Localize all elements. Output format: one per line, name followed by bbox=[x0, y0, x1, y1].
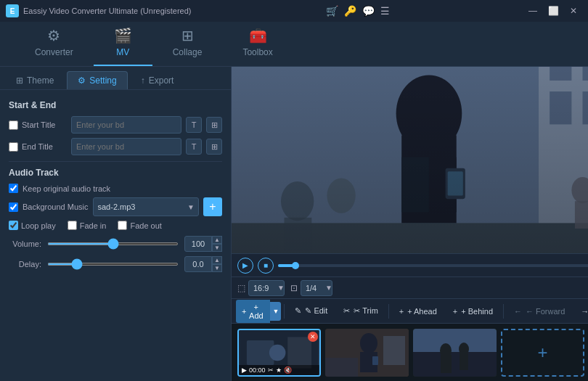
fade-in-wrap: Fade in bbox=[68, 221, 107, 230]
start-title-checkbox[interactable] bbox=[9, 120, 18, 130]
clip-2[interactable] bbox=[325, 329, 409, 377]
bg-music-checkbox[interactable] bbox=[9, 202, 18, 212]
menu-icon[interactable]: ☰ bbox=[380, 5, 390, 17]
divider-1 bbox=[9, 161, 222, 162]
clip-1-overlay: ▶ 00:00 ✂ ★ 🔇 bbox=[239, 365, 319, 375]
svg-rect-41 bbox=[441, 355, 452, 373]
delay-value-input[interactable] bbox=[184, 256, 212, 272]
forward-button[interactable]: ← ← Forward bbox=[507, 304, 572, 319]
format-bar: ⬚ 16:9 ▼ ⊡ 1/4 ▼ Export bbox=[232, 276, 588, 298]
chat-icon[interactable]: 💬 bbox=[362, 5, 375, 17]
tab-converter[interactable]: ⚙ Converter bbox=[15, 21, 94, 66]
svg-rect-25 bbox=[232, 67, 588, 253]
toolbar-left: + + Add ▼ ✎ ✎ Edit ✂ ✂ Trim + + Ahe bbox=[236, 300, 588, 323]
ahead-icon: + bbox=[399, 307, 404, 316]
clip-3[interactable] bbox=[413, 329, 497, 377]
play-button[interactable]: ▶ bbox=[237, 258, 253, 274]
fraction-select[interactable]: 1/4 bbox=[301, 280, 332, 296]
app-title: Eassiy Video Converter Ultimate (Unregis… bbox=[23, 7, 192, 15]
add-dropdown-button[interactable]: ▼ bbox=[270, 302, 281, 321]
tab-toolbox[interactable]: 🧰 Toolbox bbox=[222, 21, 293, 66]
start-title-grid-icon[interactable]: ⊞ bbox=[206, 117, 222, 133]
fade-out-label: Fade out bbox=[130, 221, 161, 230]
add-clip-icon: + bbox=[537, 343, 547, 363]
fraction-icon: ⊡ bbox=[290, 283, 298, 293]
end-title-checkbox[interactable] bbox=[9, 142, 18, 152]
clip-1-cut-icon: ✂ bbox=[268, 366, 274, 374]
mv-icon: 🎬 bbox=[114, 27, 132, 44]
audio-track-title: Audio Track bbox=[9, 168, 222, 178]
clip-1-close[interactable]: ✕ bbox=[308, 332, 318, 342]
minimize-button[interactable]: — bbox=[524, 4, 542, 18]
sub-tab-export[interactable]: ↑ Export bbox=[131, 71, 184, 89]
sub-tab-setting[interactable]: ⚙ Setting bbox=[67, 71, 127, 89]
trim-icon: ✂ bbox=[343, 306, 350, 316]
behind-button[interactable]: + + Behind bbox=[446, 304, 500, 319]
fade-in-checkbox[interactable] bbox=[68, 221, 77, 230]
edit-button[interactable]: ✎ ✎ Edit bbox=[287, 303, 335, 319]
clip-1[interactable]: ✕ ▶ 00:00 ✂ ★ 🔇 bbox=[237, 329, 321, 377]
start-title-font-icon[interactable]: T bbox=[186, 117, 202, 133]
panel-content: Start & End Start Title T ⊞ End Title T … bbox=[0, 90, 231, 381]
cart-icon[interactable]: 🛒 bbox=[326, 5, 338, 17]
format-selects: ⬚ 16:9 ▼ ⊡ 1/4 ▼ bbox=[237, 280, 332, 296]
delay-row: Delay: ▲ ▼ bbox=[9, 256, 222, 272]
volume-value-input[interactable] bbox=[184, 236, 212, 252]
backward-button[interactable]: → → Backward bbox=[573, 304, 588, 319]
delay-down-button[interactable]: ▼ bbox=[212, 264, 222, 272]
keep-original-checkbox[interactable] bbox=[9, 184, 18, 193]
video-area bbox=[232, 67, 588, 253]
clip-3-thumbnail bbox=[413, 329, 497, 377]
fraction-wrap: ⊡ 1/4 ▼ bbox=[290, 280, 332, 296]
ahead-button[interactable]: + + Ahead bbox=[392, 304, 444, 319]
close-button[interactable]: ✕ bbox=[565, 4, 582, 18]
svg-rect-39 bbox=[413, 329, 497, 352]
volume-spinners: ▲ ▼ bbox=[212, 236, 222, 252]
restore-button[interactable]: ⬜ bbox=[544, 4, 562, 18]
divider-tool-2 bbox=[388, 304, 389, 319]
volume-value-wrap: ▲ ▼ bbox=[184, 236, 222, 252]
trim-button[interactable]: ✂ ✂ Trim bbox=[336, 303, 385, 319]
svg-rect-35 bbox=[383, 336, 405, 365]
volume-up-button[interactable]: ▲ bbox=[212, 236, 222, 244]
nav-tabs: ⚙ Converter 🎬 MV ⊞ Collage 🧰 Toolbox bbox=[0, 22, 588, 67]
stop-button[interactable]: ■ bbox=[258, 258, 274, 274]
aspect-ratio-select[interactable]: 16:9 bbox=[248, 280, 285, 296]
end-title-input[interactable] bbox=[71, 138, 181, 155]
titlebar-controls: — ⬜ ✕ bbox=[524, 4, 582, 18]
end-title-font-icon[interactable]: T bbox=[186, 139, 202, 155]
key-icon[interactable]: 🔑 bbox=[344, 5, 356, 17]
delay-up-button[interactable]: ▲ bbox=[212, 256, 222, 264]
start-title-label: Start Title bbox=[22, 120, 55, 129]
start-title-input[interactable] bbox=[71, 116, 181, 134]
fade-out-checkbox[interactable] bbox=[118, 221, 127, 230]
add-music-button[interactable]: + bbox=[203, 197, 222, 216]
tab-mv[interactable]: 🎬 MV bbox=[94, 21, 152, 66]
edit-icon: ✎ bbox=[295, 306, 301, 316]
app-logo: E bbox=[6, 4, 19, 17]
tab-collage[interactable]: ⊞ Collage bbox=[152, 21, 223, 66]
add-clip-button[interactable]: + bbox=[501, 329, 584, 377]
svg-rect-29 bbox=[287, 337, 311, 368]
playback-bar: ▶ ■ 00:00:02.02/00:00:45.00 🔊 bbox=[232, 253, 588, 276]
add-icon: + bbox=[242, 307, 246, 316]
delay-slider[interactable] bbox=[47, 263, 179, 266]
volume-down-button[interactable]: ▼ bbox=[212, 244, 222, 252]
loop-play-checkbox[interactable] bbox=[9, 221, 18, 230]
keep-original-label: Keep original audio track bbox=[23, 184, 110, 193]
end-title-grid-icon[interactable]: ⊞ bbox=[206, 139, 222, 155]
background-music-row: Background Music sad-2.mp3 ▼ + bbox=[9, 197, 222, 216]
delay-spinners: ▲ ▼ bbox=[212, 256, 222, 272]
sub-tab-theme[interactable]: ⊞ Theme bbox=[6, 71, 64, 89]
add-button[interactable]: + + Add bbox=[236, 300, 270, 323]
start-title-checkbox-wrap: Start Title bbox=[9, 120, 67, 130]
bg-music-select[interactable]: sad-2.mp3 bbox=[93, 197, 200, 216]
converter-icon: ⚙ bbox=[47, 27, 60, 44]
end-title-row: End Title T ⊞ bbox=[9, 138, 222, 155]
video-frame-svg bbox=[232, 67, 588, 253]
clip-1-play-icon: ▶ bbox=[242, 366, 247, 374]
clip-2-thumbnail bbox=[325, 329, 409, 377]
volume-slider[interactable] bbox=[47, 242, 179, 245]
svg-rect-34 bbox=[372, 356, 378, 365]
progress-bar[interactable] bbox=[278, 264, 588, 267]
